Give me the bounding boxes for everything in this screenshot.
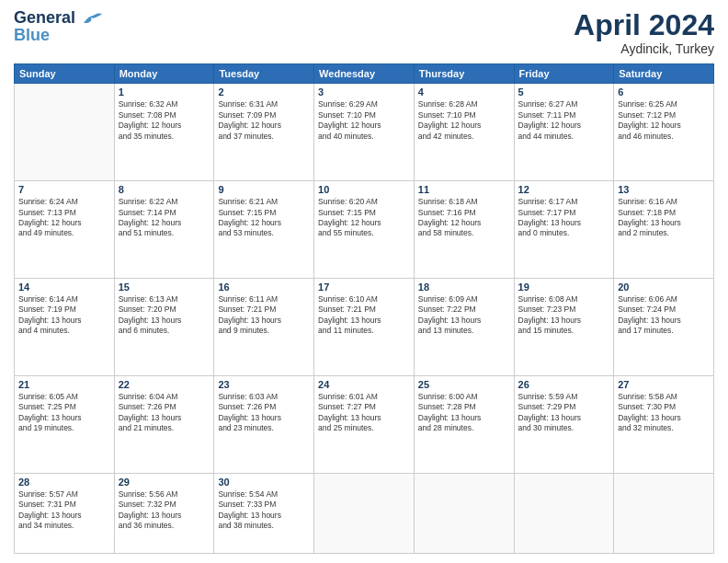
daylight-minutes-label: and 51 minutes.	[119, 228, 210, 238]
calendar-cell: 15Sunrise: 6:13 AMSunset: 7:20 PMDayligh…	[114, 278, 214, 375]
sunset-text: Sunset: 7:30 PM	[618, 402, 710, 412]
daylight-hours-label: Daylight: 13 hours	[18, 511, 110, 521]
sunrise-text: Sunrise: 6:01 AM	[318, 392, 410, 402]
daylight-minutes-label: and 21 minutes.	[119, 423, 210, 433]
sunset-text: Sunset: 7:10 PM	[418, 110, 510, 121]
daylight-hours-label: Daylight: 13 hours	[618, 218, 710, 228]
day-number: 20	[618, 282, 710, 293]
day-info: Sunrise: 6:14 AMSunset: 7:19 PMDaylight:…	[18, 294, 110, 337]
sunset-text: Sunset: 7:09 PM	[218, 110, 310, 121]
daylight-minutes-label: and 30 minutes.	[518, 423, 610, 433]
sunset-text: Sunset: 7:20 PM	[119, 304, 210, 315]
day-info: Sunrise: 6:28 AMSunset: 7:10 PMDaylight:…	[418, 99, 510, 142]
calendar-cell: 26Sunrise: 5:59 AMSunset: 7:29 PMDayligh…	[514, 375, 614, 473]
logo: General Blue	[14, 9, 102, 45]
day-number: 16	[218, 282, 310, 293]
daylight-minutes-label: and 17 minutes.	[618, 326, 710, 336]
sunset-text: Sunset: 7:32 PM	[119, 500, 210, 510]
day-info: Sunrise: 6:32 AMSunset: 7:08 PMDaylight:…	[119, 99, 210, 142]
calendar-cell: 24Sunrise: 6:01 AMSunset: 7:27 PMDayligh…	[314, 375, 415, 473]
weekday-wednesday: Wednesday	[314, 64, 415, 84]
daylight-hours-label: Daylight: 12 hours	[218, 218, 310, 228]
day-info: Sunrise: 6:05 AMSunset: 7:25 PMDaylight:…	[18, 392, 110, 434]
sunrise-text: Sunrise: 6:29 AM	[318, 99, 410, 109]
sunrise-text: Sunrise: 6:17 AM	[518, 197, 610, 207]
daylight-hours-label: Daylight: 13 hours	[518, 218, 610, 228]
weekday-friday: Friday	[514, 64, 614, 84]
sunset-text: Sunset: 7:19 PM	[18, 304, 110, 315]
daylight-minutes-label: and 2 minutes.	[618, 228, 710, 238]
daylight-hours-label: Daylight: 13 hours	[418, 413, 510, 423]
sunrise-text: Sunrise: 5:56 AM	[119, 489, 210, 500]
sunrise-text: Sunrise: 6:10 AM	[318, 294, 410, 304]
daylight-minutes-label: and 23 minutes.	[218, 423, 310, 433]
daylight-minutes-label: and 32 minutes.	[618, 423, 710, 433]
sunrise-text: Sunrise: 6:20 AM	[318, 197, 410, 207]
day-info: Sunrise: 6:06 AMSunset: 7:24 PMDaylight:…	[618, 294, 710, 337]
daylight-minutes-label: and 4 minutes.	[18, 326, 110, 336]
sunset-text: Sunset: 7:12 PM	[618, 110, 710, 121]
daylight-hours-label: Daylight: 13 hours	[418, 316, 510, 326]
day-info: Sunrise: 6:17 AMSunset: 7:17 PMDaylight:…	[518, 197, 610, 239]
sunrise-text: Sunrise: 6:24 AM	[18, 197, 110, 207]
daylight-hours-label: Daylight: 12 hours	[18, 218, 110, 228]
day-info: Sunrise: 6:24 AMSunset: 7:13 PMDaylight:…	[18, 197, 110, 239]
calendar-cell: 23Sunrise: 6:03 AMSunset: 7:26 PMDayligh…	[214, 375, 314, 473]
header: General Blue April 2024 Aydincik, Turkey	[14, 9, 714, 56]
weekday-saturday: Saturday	[614, 64, 714, 84]
calendar-cell: 9Sunrise: 6:21 AMSunset: 7:15 PMDaylight…	[214, 181, 314, 279]
sunset-text: Sunset: 7:18 PM	[618, 208, 710, 218]
day-number: 8	[119, 184, 210, 195]
daylight-hours-label: Daylight: 13 hours	[119, 413, 210, 423]
week-row-4: 21Sunrise: 6:05 AMSunset: 7:25 PMDayligh…	[15, 375, 714, 473]
daylight-minutes-label: and 55 minutes.	[318, 228, 410, 238]
day-number: 11	[418, 184, 510, 195]
sunrise-text: Sunrise: 6:22 AM	[119, 197, 210, 207]
calendar-table: SundayMondayTuesdayWednesdayThursdayFrid…	[14, 63, 714, 554]
week-row-1: 1Sunrise: 6:32 AMSunset: 7:08 PMDaylight…	[15, 84, 714, 181]
day-number: 23	[218, 379, 310, 390]
calendar-cell: 18Sunrise: 6:09 AMSunset: 7:22 PMDayligh…	[414, 278, 514, 375]
daylight-minutes-label: and 40 minutes.	[318, 132, 410, 142]
daylight-minutes-label: and 42 minutes.	[418, 132, 510, 142]
weekday-monday: Monday	[114, 64, 214, 84]
daylight-hours-label: Daylight: 13 hours	[218, 511, 310, 521]
daylight-hours-label: Daylight: 13 hours	[518, 413, 610, 423]
day-number: 14	[18, 282, 110, 293]
day-number: 27	[618, 379, 710, 390]
calendar-cell	[414, 473, 514, 553]
day-number: 10	[318, 184, 410, 195]
sunset-text: Sunset: 7:28 PM	[418, 402, 510, 412]
day-info: Sunrise: 6:01 AMSunset: 7:27 PMDaylight:…	[318, 392, 410, 434]
day-info: Sunrise: 6:20 AMSunset: 7:15 PMDaylight:…	[318, 197, 410, 239]
daylight-minutes-label: and 6 minutes.	[119, 326, 210, 336]
sunset-text: Sunset: 7:14 PM	[119, 208, 210, 218]
daylight-hours-label: Daylight: 13 hours	[318, 413, 410, 423]
sunrise-text: Sunrise: 5:58 AM	[618, 392, 710, 402]
sunrise-text: Sunrise: 5:59 AM	[518, 392, 610, 402]
sunrise-text: Sunrise: 6:31 AM	[218, 99, 310, 109]
sunrise-text: Sunrise: 6:05 AM	[18, 392, 110, 402]
day-info: Sunrise: 6:27 AMSunset: 7:11 PMDaylight:…	[518, 99, 610, 142]
day-number: 29	[119, 477, 210, 488]
sunrise-text: Sunrise: 6:13 AM	[119, 294, 210, 304]
daylight-minutes-label: and 9 minutes.	[218, 326, 310, 336]
day-number: 2	[218, 86, 310, 98]
day-number: 5	[518, 86, 610, 98]
weekday-thursday: Thursday	[414, 64, 514, 84]
calendar-cell: 6Sunrise: 6:25 AMSunset: 7:12 PMDaylight…	[614, 84, 714, 181]
daylight-minutes-label: and 58 minutes.	[418, 228, 510, 238]
day-number: 17	[318, 282, 410, 293]
day-info: Sunrise: 6:03 AMSunset: 7:26 PMDaylight:…	[218, 392, 310, 434]
calendar-cell: 27Sunrise: 5:58 AMSunset: 7:30 PMDayligh…	[614, 375, 714, 473]
day-info: Sunrise: 6:10 AMSunset: 7:21 PMDaylight:…	[318, 294, 410, 337]
daylight-minutes-label: and 13 minutes.	[418, 326, 510, 336]
daylight-minutes-label: and 34 minutes.	[18, 521, 110, 531]
daylight-hours-label: Daylight: 12 hours	[218, 121, 310, 131]
day-info: Sunrise: 6:22 AMSunset: 7:14 PMDaylight:…	[119, 197, 210, 239]
day-number: 30	[218, 477, 310, 488]
daylight-minutes-label: and 15 minutes.	[518, 326, 610, 336]
day-info: Sunrise: 6:29 AMSunset: 7:10 PMDaylight:…	[318, 99, 410, 142]
calendar-cell: 17Sunrise: 6:10 AMSunset: 7:21 PMDayligh…	[314, 278, 415, 375]
day-number: 22	[119, 379, 210, 390]
